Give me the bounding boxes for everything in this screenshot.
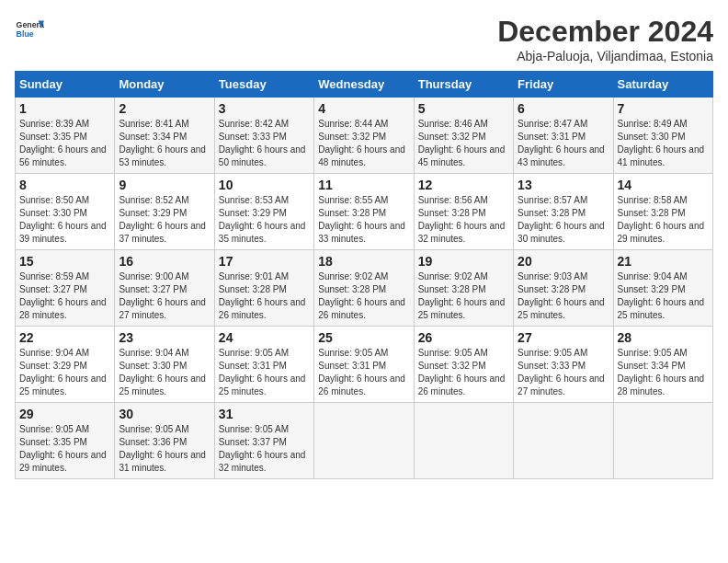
title-block: December 2024 Abja-Paluoja, Viljandimaa,… <box>497 15 713 63</box>
day-info: Sunrise: 9:02 AMSunset: 3:28 PMDaylight:… <box>318 270 409 322</box>
day-info: Sunrise: 9:05 AMSunset: 3:36 PMDaylight:… <box>119 423 210 475</box>
day-cell-25: 25Sunrise: 9:05 AMSunset: 3:31 PMDayligh… <box>314 327 414 403</box>
day-number: 16 <box>119 254 210 269</box>
day-cell-20: 20Sunrise: 9:03 AMSunset: 3:28 PMDayligh… <box>514 250 613 327</box>
header-thursday: Thursday <box>414 72 513 98</box>
day-info: Sunrise: 9:05 AMSunset: 3:31 PMDaylight:… <box>318 347 409 398</box>
day-info: Sunrise: 9:05 AMSunset: 3:35 PMDaylight:… <box>19 423 110 475</box>
day-number: 4 <box>318 101 409 116</box>
header-saturday: Saturday <box>613 72 712 98</box>
day-number: 23 <box>119 330 210 345</box>
day-number: 24 <box>219 330 310 345</box>
day-info: Sunrise: 8:39 AMSunset: 3:35 PMDaylight:… <box>19 118 110 169</box>
day-cell-2: 2Sunrise: 8:41 AMSunset: 3:34 PMDaylight… <box>115 98 214 174</box>
day-cell-11: 11Sunrise: 8:55 AMSunset: 3:28 PMDayligh… <box>314 174 414 250</box>
day-number: 10 <box>219 178 310 192</box>
day-info: Sunrise: 8:57 AMSunset: 3:28 PMDaylight:… <box>518 194 609 246</box>
day-number: 21 <box>618 254 709 269</box>
day-info: Sunrise: 9:04 AMSunset: 3:29 PMDaylight:… <box>19 347 110 398</box>
day-info: Sunrise: 8:50 AMSunset: 3:30 PMDaylight:… <box>19 194 110 246</box>
day-number: 31 <box>219 407 310 421</box>
day-number: 17 <box>219 254 310 269</box>
day-info: Sunrise: 9:01 AMSunset: 3:28 PMDaylight:… <box>219 270 310 322</box>
day-cell-13: 13Sunrise: 8:57 AMSunset: 3:28 PMDayligh… <box>514 174 613 250</box>
day-info: Sunrise: 9:02 AMSunset: 3:28 PMDaylight:… <box>418 270 509 322</box>
day-number: 27 <box>518 330 609 345</box>
day-number: 30 <box>119 407 210 421</box>
location-subtitle: Abja-Paluoja, Viljandimaa, Estonia <box>497 49 713 63</box>
day-info: Sunrise: 9:03 AMSunset: 3:28 PMDaylight:… <box>518 270 609 322</box>
day-info: Sunrise: 9:00 AMSunset: 3:27 PMDaylight:… <box>119 270 210 322</box>
day-info: Sunrise: 9:05 AMSunset: 3:33 PMDaylight:… <box>518 347 609 398</box>
day-number: 25 <box>318 330 409 345</box>
header-wednesday: Wednesday <box>314 72 414 98</box>
day-info: Sunrise: 8:53 AMSunset: 3:29 PMDaylight:… <box>219 194 310 246</box>
day-cell-12: 12Sunrise: 8:56 AMSunset: 3:28 PMDayligh… <box>414 174 513 250</box>
day-info: Sunrise: 8:55 AMSunset: 3:28 PMDaylight:… <box>318 194 409 246</box>
day-cell-15: 15Sunrise: 8:59 AMSunset: 3:27 PMDayligh… <box>16 250 115 327</box>
day-cell-6: 6Sunrise: 8:47 AMSunset: 3:31 PMDaylight… <box>514 98 613 174</box>
header-sunday: Sunday <box>16 72 115 98</box>
day-number: 11 <box>318 178 409 192</box>
week-row-2: 8Sunrise: 8:50 AMSunset: 3:30 PMDaylight… <box>16 174 713 250</box>
day-number: 9 <box>119 178 210 192</box>
day-info: Sunrise: 9:05 AMSunset: 3:34 PMDaylight:… <box>618 347 709 398</box>
day-info: Sunrise: 8:56 AMSunset: 3:28 PMDaylight:… <box>418 194 509 246</box>
page-header: General Blue December 2024 Abja-Paluoja,… <box>15 15 713 63</box>
day-number: 15 <box>19 254 110 269</box>
empty-cell <box>414 403 513 479</box>
day-number: 18 <box>318 254 409 269</box>
week-row-4: 22Sunrise: 9:04 AMSunset: 3:29 PMDayligh… <box>16 327 713 403</box>
day-cell-27: 27Sunrise: 9:05 AMSunset: 3:33 PMDayligh… <box>514 327 613 403</box>
day-number: 7 <box>618 101 709 116</box>
day-info: Sunrise: 9:04 AMSunset: 3:30 PMDaylight:… <box>119 347 210 398</box>
day-number: 22 <box>19 330 110 345</box>
day-info: Sunrise: 9:04 AMSunset: 3:29 PMDaylight:… <box>618 270 709 322</box>
day-cell-9: 9Sunrise: 8:52 AMSunset: 3:29 PMDaylight… <box>115 174 214 250</box>
day-info: Sunrise: 8:59 AMSunset: 3:27 PMDaylight:… <box>19 270 110 322</box>
day-number: 14 <box>618 178 709 192</box>
day-info: Sunrise: 8:52 AMSunset: 3:29 PMDaylight:… <box>119 194 210 246</box>
day-number: 8 <box>19 178 110 192</box>
day-info: Sunrise: 8:42 AMSunset: 3:33 PMDaylight:… <box>219 118 310 169</box>
month-title: December 2024 <box>497 15 713 49</box>
day-number: 2 <box>119 101 210 116</box>
day-info: Sunrise: 9:05 AMSunset: 3:31 PMDaylight:… <box>219 347 310 398</box>
header-monday: Monday <box>115 72 214 98</box>
day-cell-17: 17Sunrise: 9:01 AMSunset: 3:28 PMDayligh… <box>214 250 313 327</box>
week-row-3: 15Sunrise: 8:59 AMSunset: 3:27 PMDayligh… <box>16 250 713 327</box>
day-number: 19 <box>418 254 509 269</box>
day-cell-21: 21Sunrise: 9:04 AMSunset: 3:29 PMDayligh… <box>613 250 712 327</box>
header-tuesday: Tuesday <box>214 72 313 98</box>
day-cell-1: 1Sunrise: 8:39 AMSunset: 3:35 PMDaylight… <box>16 98 115 174</box>
calendar-table: SundayMondayTuesdayWednesdayThursdayFrid… <box>15 71 713 479</box>
logo: General Blue <box>15 15 44 44</box>
day-info: Sunrise: 9:05 AMSunset: 3:32 PMDaylight:… <box>418 347 509 398</box>
empty-cell <box>314 403 414 479</box>
day-number: 3 <box>219 101 310 116</box>
day-cell-5: 5Sunrise: 8:46 AMSunset: 3:32 PMDaylight… <box>414 98 513 174</box>
day-number: 28 <box>618 330 709 345</box>
header-friday: Friday <box>514 72 613 98</box>
day-cell-3: 3Sunrise: 8:42 AMSunset: 3:33 PMDaylight… <box>214 98 313 174</box>
day-number: 20 <box>518 254 609 269</box>
day-cell-16: 16Sunrise: 9:00 AMSunset: 3:27 PMDayligh… <box>115 250 214 327</box>
day-cell-30: 30Sunrise: 9:05 AMSunset: 3:36 PMDayligh… <box>115 403 214 479</box>
day-cell-26: 26Sunrise: 9:05 AMSunset: 3:32 PMDayligh… <box>414 327 513 403</box>
day-cell-8: 8Sunrise: 8:50 AMSunset: 3:30 PMDaylight… <box>16 174 115 250</box>
day-info: Sunrise: 8:41 AMSunset: 3:34 PMDaylight:… <box>119 118 210 169</box>
day-cell-24: 24Sunrise: 9:05 AMSunset: 3:31 PMDayligh… <box>214 327 313 403</box>
week-row-1: 1Sunrise: 8:39 AMSunset: 3:35 PMDaylight… <box>16 98 713 174</box>
day-info: Sunrise: 8:46 AMSunset: 3:32 PMDaylight:… <box>418 118 509 169</box>
svg-text:Blue: Blue <box>17 29 34 39</box>
day-number: 13 <box>518 178 609 192</box>
empty-cell <box>613 403 712 479</box>
logo-icon: General Blue <box>15 15 44 44</box>
day-number: 6 <box>518 101 609 116</box>
day-number: 5 <box>418 101 509 116</box>
day-number: 1 <box>19 101 110 116</box>
day-cell-28: 28Sunrise: 9:05 AMSunset: 3:34 PMDayligh… <box>613 327 712 403</box>
day-cell-7: 7Sunrise: 8:49 AMSunset: 3:30 PMDaylight… <box>613 98 712 174</box>
day-info: Sunrise: 8:58 AMSunset: 3:28 PMDaylight:… <box>618 194 709 246</box>
day-cell-22: 22Sunrise: 9:04 AMSunset: 3:29 PMDayligh… <box>16 327 115 403</box>
